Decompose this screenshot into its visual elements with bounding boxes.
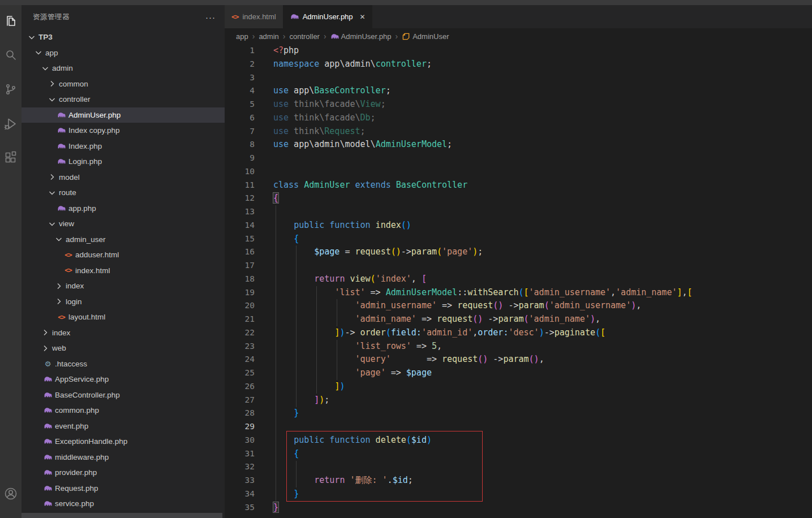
chevron-down-icon[interactable]: [54, 235, 63, 244]
tree-folder-index[interactable]: index: [22, 325, 225, 341]
code-line-8: 8use app\admin\model\AdminUserModel;: [225, 138, 812, 152]
account-icon[interactable]: [3, 486, 18, 501]
code-line-14: 14 public function index(): [225, 219, 812, 232]
code-text: ]);: [273, 395, 329, 405]
tree-item-label: app.php: [68, 204, 96, 213]
tree-folder-index[interactable]: index: [22, 278, 225, 294]
chevron-down-icon[interactable]: [27, 33, 36, 42]
chevron-down-icon[interactable]: [48, 188, 57, 197]
chevron-down-icon[interactable]: [48, 95, 57, 104]
code-line-11: 11class AdminUser extends BaseController: [225, 179, 812, 192]
line-number: 3: [225, 71, 255, 85]
line-number: 24: [225, 353, 255, 366]
chevron-right-icon[interactable]: [41, 328, 50, 337]
code-text: {: [273, 234, 299, 244]
tree-item-label: index: [52, 329, 70, 337]
code-line-35: 35}: [225, 501, 812, 515]
code-text: use think\Request;: [273, 126, 366, 136]
breadcrumb-item-admin[interactable]: admin: [259, 32, 278, 41]
editor-tab-adminuser-php[interactable]: AdminUser.php✕: [283, 5, 372, 28]
breadcrumb-item-adminuser-php[interactable]: AdminUser.php: [330, 32, 392, 41]
tree-folder-controller[interactable]: controller: [22, 92, 225, 107]
tree-item-label: index.html: [75, 266, 110, 275]
tree-file-service-php[interactable]: service.php: [22, 496, 225, 512]
php-file-icon: [43, 421, 53, 430]
tree-file-appservice-php[interactable]: AppService.php: [22, 372, 225, 387]
breadcrumb-separator: ›: [324, 32, 326, 41]
breadcrumb-item-controller[interactable]: controller: [289, 32, 319, 41]
chevron-down-icon[interactable]: [34, 48, 43, 57]
code-line-27: 27 ]);: [225, 394, 812, 407]
source-control-icon[interactable]: [3, 82, 18, 97]
chevron-right-icon[interactable]: [48, 172, 57, 182]
tree-file-adminuser-php[interactable]: AdminUser.php: [22, 107, 225, 123]
tree-item-label: route: [59, 188, 76, 197]
code-line-2: 2namespace app\admin\controller;: [225, 58, 812, 71]
tree-folder-route[interactable]: route: [22, 185, 225, 201]
chevron-right-icon[interactable]: [48, 79, 57, 88]
tree-file-adduser-html[interactable]: <>adduser.html: [22, 247, 225, 263]
code-line-32: 32: [225, 460, 812, 474]
tree-folder-web[interactable]: web: [22, 340, 225, 356]
chevron-down-icon[interactable]: [48, 219, 57, 228]
breadcrumb-label: controller: [289, 32, 319, 41]
tree-file-middleware-php[interactable]: middleware.php: [22, 450, 225, 465]
php-file-icon: [43, 484, 53, 493]
tree-folder-view[interactable]: view: [22, 216, 225, 232]
tree-item-label: app: [45, 49, 58, 57]
line-number: 22: [225, 326, 255, 340]
tree-folder-admin-user[interactable]: admin_user: [22, 232, 225, 248]
code-text: 'list_rows' => 5,: [273, 341, 442, 351]
chevron-down-icon[interactable]: [41, 64, 50, 73]
line-number: 4: [225, 84, 255, 98]
tree-file-login-php[interactable]: Login.php: [22, 154, 225, 170]
breadcrumb-item-adminuser[interactable]: AdminUser: [402, 32, 449, 41]
code-line-20: 20 'admin_username' => request() ->param…: [225, 299, 812, 313]
breadcrumb-separator: ›: [252, 32, 255, 41]
editor-group: <>index.htmlAdminUser.php✕ app›admin›con…: [225, 5, 812, 518]
tree-item-label: web: [52, 344, 66, 352]
explorer-header: 资源管理器 ···: [22, 5, 225, 29]
tree-file-exceptionhandle-php[interactable]: ExceptionHandle.php: [22, 434, 225, 450]
tree-file--htaccess[interactable]: ⚙.htaccess: [22, 356, 225, 372]
html-file-icon: <>: [63, 251, 73, 260]
tree-folder-tp3[interactable]: TP3: [22, 29, 225, 45]
editor-tab-index-html[interactable]: <>index.html: [225, 5, 283, 28]
tree-file-basecontroller-php[interactable]: BaseController.php: [22, 387, 225, 403]
php-file-icon: [43, 406, 53, 415]
code-line-22: 22 ])-> order(field:'admin_id',order:'de…: [225, 326, 812, 340]
tree-file-app-php[interactable]: app.php: [22, 201, 225, 217]
line-number: 9: [225, 152, 255, 165]
run-debug-icon[interactable]: [3, 116, 18, 131]
code-area[interactable]: 1<?php2namespace app\admin\controller;34…: [225, 44, 812, 518]
tree-file-index-php[interactable]: Index.php: [22, 139, 225, 154]
code-text: use think\facade\Db;: [273, 113, 376, 123]
close-icon[interactable]: ✕: [360, 13, 366, 21]
tree-item-label: admin: [52, 64, 73, 72]
tree-file-common-php[interactable]: common.php: [22, 403, 225, 418]
line-number: 19: [225, 286, 255, 300]
chevron-right-icon[interactable]: [41, 344, 50, 353]
tree-file-event-php[interactable]: event.php: [22, 418, 225, 434]
explorer-icon[interactable]: [3, 14, 18, 28]
tree-file-layout-html[interactable]: <>layout.html: [22, 309, 225, 325]
extensions-icon[interactable]: [3, 150, 18, 165]
code-text: ])-> order(field:'admin_id',order:'desc'…: [273, 327, 605, 338]
tree-folder-app[interactable]: app: [22, 45, 225, 61]
more-actions-icon[interactable]: ···: [205, 12, 216, 22]
chevron-right-icon[interactable]: [54, 282, 63, 291]
tree-file-index-copy-php[interactable]: Index copy.php: [22, 123, 225, 139]
tree-folder-common[interactable]: common: [22, 76, 225, 92]
code-line-5: 5use think\facade\View;: [225, 98, 812, 111]
tree-folder-login[interactable]: login: [22, 294, 225, 310]
breadcrumb-item-app[interactable]: app: [236, 32, 248, 41]
tree-file-index-html[interactable]: <>index.html: [22, 263, 225, 279]
sidebar-horizontal-scrollbar[interactable]: [22, 513, 222, 518]
tree-folder-admin[interactable]: admin: [22, 61, 225, 76]
search-icon[interactable]: [3, 48, 18, 62]
tree-file-request-php[interactable]: Request.php: [22, 481, 225, 497]
breadcrumb-separator: ›: [396, 32, 398, 41]
tree-folder-model[interactable]: model: [22, 170, 225, 185]
chevron-right-icon[interactable]: [54, 297, 63, 306]
tree-file-provider-php[interactable]: provider.php: [22, 465, 225, 481]
